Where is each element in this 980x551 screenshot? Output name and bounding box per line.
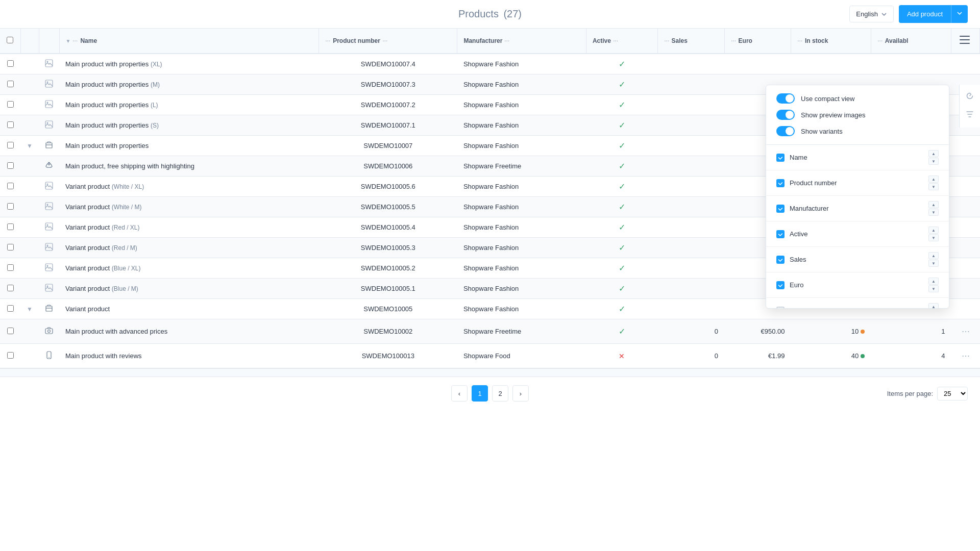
- row-checkbox[interactable]: [7, 305, 14, 312]
- expand-cell: [20, 177, 39, 197]
- column-checkbox[interactable]: [776, 307, 785, 309]
- move-down-button[interactable]: ▼: [928, 209, 939, 216]
- column-checkbox[interactable]: [776, 205, 785, 213]
- move-up-button[interactable]: ▲: [928, 252, 939, 259]
- col-dots-icon[interactable]: ⋯: [731, 38, 737, 44]
- language-dropdown[interactable]: English: [849, 6, 894, 22]
- column-checkbox[interactable]: [776, 154, 785, 162]
- refresh-button[interactable]: [963, 89, 977, 105]
- show-variants-toggle[interactable]: [776, 126, 795, 136]
- column-reorder-arrows: ▲ ▼: [928, 252, 939, 267]
- active-cell: ✓: [586, 95, 657, 115]
- active-cell: ✓: [586, 136, 657, 156]
- page-title: Products (27): [458, 8, 522, 20]
- items-per-page-select[interactable]: 25 50 100: [937, 387, 968, 400]
- row-checkbox-cell: [0, 54, 20, 74]
- sales-cell: [657, 299, 724, 319]
- expand-cell: [20, 115, 39, 136]
- product-name: Variant product: [65, 285, 110, 292]
- row-checkbox[interactable]: [7, 60, 14, 67]
- horizontal-scrollbar[interactable]: [0, 368, 980, 377]
- row-checkbox[interactable]: [7, 352, 14, 359]
- row-more-button[interactable]: ⋯: [960, 324, 972, 338]
- page-1-button[interactable]: 1: [472, 385, 488, 402]
- column-checkbox[interactable]: [776, 281, 785, 289]
- filter-button[interactable]: [963, 107, 977, 123]
- col-available: ⋯ Availabl: [871, 29, 951, 54]
- row-checkbox[interactable]: [7, 328, 14, 334]
- col-dots-icon[interactable]: ⋯: [325, 38, 331, 44]
- active-cell: ✓: [586, 177, 657, 197]
- move-down-button[interactable]: ▼: [928, 234, 939, 241]
- move-up-button[interactable]: ▲: [928, 150, 939, 157]
- compact-view-toggle[interactable]: [776, 93, 795, 104]
- row-checkbox[interactable]: [7, 244, 14, 251]
- column-checkbox[interactable]: [776, 256, 785, 264]
- icon-cell: [39, 177, 59, 197]
- select-all-checkbox[interactable]: [7, 37, 13, 43]
- move-up-button[interactable]: ▲: [928, 227, 939, 234]
- add-product-arrow-icon[interactable]: [951, 5, 968, 23]
- svg-point-10: [47, 122, 48, 124]
- row-checkbox-cell: [0, 95, 20, 115]
- name-cell: Variant product (Blue / M): [59, 279, 319, 299]
- col-active: Active ⋯: [586, 29, 657, 54]
- move-down-button[interactable]: ▼: [928, 285, 939, 292]
- row-more-button[interactable]: ⋯: [960, 349, 972, 363]
- actions-cell: [951, 177, 980, 197]
- row-checkbox[interactable]: [7, 264, 14, 271]
- move-down-button[interactable]: ▼: [928, 158, 939, 165]
- icon-cell: [39, 217, 59, 238]
- col-dots-icon[interactable]: ⋯: [613, 38, 619, 44]
- row-checkbox[interactable]: [7, 101, 14, 108]
- col-dots-icon[interactable]: ⋯: [877, 38, 883, 44]
- col-dots-icon[interactable]: ⋯: [72, 38, 78, 44]
- svg-point-19: [47, 245, 48, 246]
- col-product-number: ⋯ Product number ⋯: [319, 29, 457, 54]
- svg-rect-25: [45, 329, 53, 334]
- move-up-button[interactable]: ▲: [928, 303, 939, 308]
- page-2-button[interactable]: 2: [492, 385, 508, 402]
- move-down-button[interactable]: ▼: [928, 183, 939, 190]
- sales-cell: [657, 177, 724, 197]
- icon-cell: [39, 115, 59, 136]
- col-actions-header: [951, 29, 980, 54]
- row-checkbox[interactable]: [7, 142, 14, 148]
- row-checkbox[interactable]: [7, 223, 14, 230]
- row-checkbox[interactable]: [7, 183, 14, 189]
- row-checkbox[interactable]: [7, 81, 14, 87]
- move-up-button[interactable]: ▲: [928, 278, 939, 285]
- prev-page-button[interactable]: ‹: [451, 385, 468, 402]
- add-product-button[interactable]: Add product: [899, 5, 968, 23]
- move-down-button[interactable]: ▼: [928, 260, 939, 267]
- row-checkbox[interactable]: [7, 162, 14, 169]
- expand-icon[interactable]: ▼: [27, 306, 33, 313]
- col-dots-icon[interactable]: ⋯: [797, 38, 803, 44]
- row-checkbox[interactable]: [7, 121, 14, 128]
- col-dots-icon[interactable]: ⋯: [504, 38, 510, 44]
- column-checkbox[interactable]: [776, 179, 785, 187]
- row-checkbox[interactable]: [7, 203, 14, 210]
- col-sort-icon[interactable]: ▼: [66, 38, 71, 44]
- expand-cell: [20, 197, 39, 217]
- columns-settings-button[interactable]: [958, 34, 972, 48]
- icon-cell: [39, 319, 59, 344]
- column-label: Name: [790, 154, 923, 161]
- col-dots-icon[interactable]: ⋯: [664, 38, 670, 44]
- move-up-button[interactable]: ▲: [928, 176, 939, 183]
- sales-cell: [657, 238, 724, 258]
- svg-rect-7: [45, 101, 53, 108]
- move-up-button[interactable]: ▲: [928, 201, 939, 208]
- preview-images-toggle[interactable]: [776, 110, 795, 120]
- row-checkbox[interactable]: [7, 285, 14, 291]
- svg-rect-14: [45, 203, 53, 210]
- next-page-button[interactable]: ›: [512, 385, 529, 402]
- col-sales: ⋯ Sales: [657, 29, 724, 54]
- icon-cell: [39, 238, 59, 258]
- available-cell: [871, 54, 951, 74]
- available-cell: 4: [871, 344, 951, 368]
- column-checkbox[interactable]: [776, 230, 785, 238]
- expand-icon[interactable]: ▼: [27, 142, 33, 149]
- expand-cell: [20, 258, 39, 279]
- col-dots2-icon[interactable]: ⋯: [382, 38, 388, 44]
